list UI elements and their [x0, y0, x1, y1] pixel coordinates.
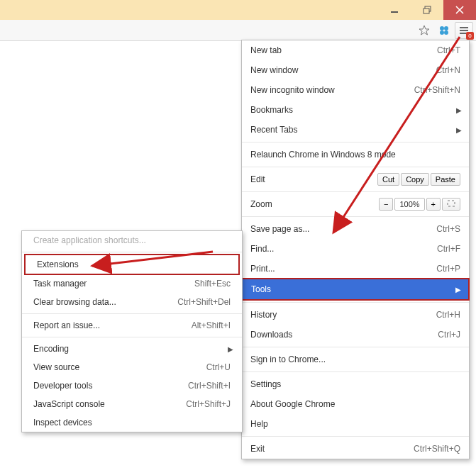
restore-icon	[423, 6, 431, 14]
browser-toolbar: 0	[0, 20, 476, 41]
menu-relaunch-win8[interactable]: Relaunch Chrome in Windows 8 mode	[242, 145, 469, 164]
submenu-create-shortcuts: Create application shortcuts...	[22, 231, 242, 250]
window-minimize-button[interactable]	[378, 0, 411, 20]
submenu-inspect-devices[interactable]: Inspect devices	[22, 413, 242, 432]
cut-button[interactable]: Cut	[377, 173, 399, 186]
window-close-button[interactable]	[443, 0, 476, 20]
extension-icon	[438, 25, 450, 36]
zoom-in-button[interactable]: +	[426, 198, 441, 211]
svg-point-9	[444, 30, 448, 35]
paste-button[interactable]: Paste	[431, 173, 460, 186]
menu-separator	[242, 436, 469, 437]
minimize-icon	[390, 6, 399, 14]
chrome-menu-button[interactable]: 0	[455, 22, 473, 39]
menu-new-incognito[interactable]: New incognito windowCtrl+Shift+N	[242, 80, 469, 100]
menu-separator	[242, 371, 469, 372]
menu-downloads[interactable]: DownloadsCtrl+J	[242, 325, 469, 345]
submenu-view-source[interactable]: View sourceCtrl+U	[22, 358, 242, 376]
menu-separator	[242, 142, 469, 142]
update-badge: 0	[466, 32, 474, 40]
window-titlebar	[0, 0, 476, 20]
submenu-clear-data[interactable]: Clear browsing data...Ctrl+Shift+Del	[22, 293, 242, 311]
svg-point-6	[440, 26, 444, 30]
menu-history[interactable]: HistoryCtrl+H	[242, 305, 469, 325]
fullscreen-icon	[447, 200, 455, 207]
menu-separator	[242, 167, 469, 167]
menu-signin[interactable]: Sign in to Chrome...	[242, 350, 469, 369]
menu-separator	[22, 313, 242, 314]
menu-separator	[242, 216, 469, 217]
menu-separator	[22, 252, 242, 252]
svg-point-8	[440, 30, 444, 35]
menu-about[interactable]: About Google Chrome	[242, 394, 469, 414]
window-restore-button[interactable]	[411, 0, 443, 20]
tools-submenu: Create application shortcuts... Extensio…	[21, 230, 243, 432]
chevron-right-icon: ▶	[455, 286, 461, 294]
svg-rect-13	[448, 201, 455, 206]
edit-label: Edit	[250, 174, 376, 184]
copy-button[interactable]: Copy	[401, 173, 429, 186]
menu-separator	[242, 302, 469, 303]
menu-new-window[interactable]: New windowCtrl+N	[242, 60, 469, 80]
menu-save-page[interactable]: Save page as...Ctrl+S	[242, 219, 469, 239]
svg-point-7	[444, 26, 448, 30]
chrome-main-menu: New tabCtrl+T New windowCtrl+N New incog…	[241, 40, 470, 459]
extension-button[interactable]	[435, 22, 453, 39]
menu-help[interactable]: Help	[242, 414, 469, 434]
submenu-dev-tools[interactable]: Developer toolsCtrl+Shift+I	[22, 376, 242, 395]
zoom-label: Zoom	[250, 199, 377, 209]
star-icon	[419, 25, 430, 36]
submenu-report-issue[interactable]: Report an issue...Alt+Shift+I	[22, 316, 242, 335]
menu-print[interactable]: Print...Ctrl+P	[242, 259, 469, 279]
submenu-extensions[interactable]: Extensions	[26, 255, 238, 274]
submenu-task-manager[interactable]: Task managerShift+Esc	[22, 274, 242, 293]
menu-new-tab[interactable]: New tabCtrl+T	[242, 40, 469, 60]
menu-edit-row: Edit Cut Copy Paste	[242, 169, 469, 189]
menu-tools[interactable]: Tools▶	[243, 279, 468, 299]
menu-find[interactable]: Find...Ctrl+F	[242, 239, 469, 259]
menu-separator	[242, 347, 469, 347]
extensions-highlight-box: Extensions	[24, 254, 240, 275]
fullscreen-button[interactable]	[442, 198, 460, 211]
menu-settings[interactable]: Settings	[242, 374, 469, 394]
menu-recent-tabs[interactable]: Recent Tabs▶	[242, 120, 469, 140]
menu-zoom-row: Zoom − 100% +	[242, 194, 469, 214]
zoom-out-button[interactable]: −	[379, 198, 393, 211]
submenu-js-console[interactable]: JavaScript consoleCtrl+Shift+J	[22, 395, 242, 413]
chevron-right-icon: ▶	[456, 106, 462, 114]
menu-separator	[22, 337, 242, 337]
bookmark-star-button[interactable]	[415, 22, 433, 39]
submenu-encoding[interactable]: Encoding▶	[22, 340, 242, 358]
menu-exit[interactable]: ExitCtrl+Shift+Q	[242, 439, 469, 459]
svg-rect-2	[424, 9, 429, 13]
svg-marker-5	[419, 26, 429, 35]
zoom-value: 100%	[394, 198, 424, 211]
chevron-right-icon: ▶	[228, 345, 233, 353]
close-icon	[455, 6, 464, 14]
menu-separator	[242, 191, 469, 192]
chevron-right-icon: ▶	[456, 126, 462, 134]
menu-bookmarks[interactable]: Bookmarks▶	[242, 100, 469, 120]
tools-highlight-box: Tools▶	[241, 278, 470, 301]
